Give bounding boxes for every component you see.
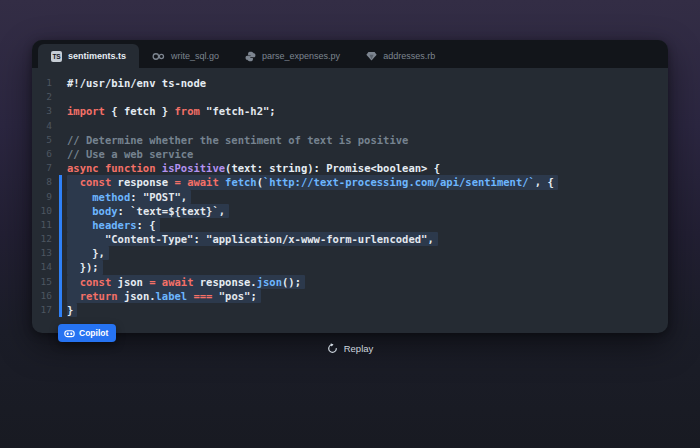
code-text: // Determine whether the sentiment of te… [67, 133, 408, 147]
code-text: }, [67, 246, 109, 260]
code-line-11: 11 headers: { [32, 218, 668, 232]
code-line-4: 4 [32, 119, 668, 133]
code-line-3: 3import { fetch } from "fetch-h2"; [32, 104, 668, 118]
highlighted-code: headers: { [67, 218, 160, 232]
code-line-2: 2 [32, 90, 668, 104]
suggestion-bar [59, 275, 62, 289]
bar-spacer [59, 104, 62, 118]
bar-spacer [59, 119, 62, 133]
line-number: 5 [32, 133, 59, 147]
suggestion-bar [59, 289, 62, 303]
suggestion-bar [59, 260, 62, 274]
code-line-16: 16 return json.label === "pos"; [32, 289, 668, 303]
tab-sentiments-ts[interactable]: TSsentiments.ts [38, 44, 139, 68]
tab-write-sql-go[interactable]: write_sql.go [139, 44, 232, 68]
line-number: 10 [32, 204, 59, 218]
copilot-icon [64, 328, 75, 339]
bar-spacer [59, 76, 62, 90]
code-line-17: 17} [32, 303, 668, 317]
copilot-button-label: Copilot [79, 328, 108, 338]
code-line-15: 15 const json = await response.json(); [32, 275, 668, 289]
line-number: 9 [32, 190, 59, 204]
code-line-10: 10 body: `text=${text}`, [32, 204, 668, 218]
tab-label: sentiments.ts [68, 51, 126, 61]
tab-label: write_sql.go [171, 51, 219, 61]
code-text: const response = await fetch(`http://tex… [67, 175, 558, 189]
tab-parse-expenses-py[interactable]: parse_expenses.py [232, 44, 353, 68]
code-text: headers: { [67, 218, 160, 232]
code-text: const json = await response.json(); [67, 275, 305, 289]
line-number: 14 [32, 260, 59, 274]
tab-label: parse_expenses.py [262, 51, 340, 61]
highlighted-code: return json.label === "pos"; [67, 289, 261, 303]
line-number: 13 [32, 246, 59, 260]
suggestion-bar [59, 175, 62, 189]
line-number: 1 [32, 76, 59, 90]
code-text: return json.label === "pos"; [67, 289, 261, 303]
code-text: method: "POST", [67, 190, 191, 204]
code-line-9: 9 method: "POST", [32, 190, 668, 204]
suggestion-bar [59, 218, 62, 232]
line-number: 6 [32, 147, 59, 161]
code-text: } [67, 303, 77, 317]
line-number: 2 [32, 90, 59, 104]
replay-icon [327, 343, 338, 354]
code-line-7: 7async function isPositive(text: string)… [32, 161, 668, 175]
tab-bar: TSsentiments.tswrite_sql.goparse_expense… [32, 40, 668, 68]
suggestion-bar [59, 204, 62, 218]
bar-spacer [59, 161, 62, 175]
code-text: body: `text=${text}`, [67, 204, 229, 218]
bar-spacer [59, 133, 62, 147]
code-line-8: 8 const response = await fetch(`http://t… [32, 175, 668, 189]
suggestion-bar [59, 303, 62, 317]
stage: TSsentiments.tswrite_sql.goparse_expense… [0, 0, 700, 448]
line-number: 12 [32, 232, 59, 246]
code-line-14: 14 }); [32, 260, 668, 274]
highlighted-code: "Content-Type": "application/x-www-form-… [67, 232, 438, 246]
code-text: import { fetch } from "fetch-h2"; [67, 104, 276, 118]
code-text: async function isPositive(text: string):… [67, 161, 440, 175]
code-text: // Use a web service [67, 147, 193, 161]
bar-spacer [59, 90, 62, 104]
replay-button[interactable]: Replay [0, 339, 700, 357]
tab-label: addresses.rb [383, 51, 435, 61]
highlighted-code: method: "POST", [67, 190, 191, 204]
line-number: 16 [32, 289, 59, 303]
code-line-13: 13 }, [32, 246, 668, 260]
code-line-12: 12 "Content-Type": "application/x-www-fo… [32, 232, 668, 246]
code-line-6: 6// Use a web service [32, 147, 668, 161]
highlighted-code: body: `text=${text}`, [67, 204, 229, 218]
highlighted-code: } [67, 303, 77, 317]
line-number: 7 [32, 161, 59, 175]
line-number: 3 [32, 104, 59, 118]
highlighted-code: }, [67, 246, 109, 260]
highlighted-code: const json = await response.json(); [67, 275, 305, 289]
suggestion-bar [59, 246, 62, 260]
line-number: 17 [32, 303, 59, 317]
line-number: 15 [32, 275, 59, 289]
code-text: #!/usr/bin/env ts-node [67, 76, 206, 90]
code-editor-panel: TSsentiments.tswrite_sql.goparse_expense… [32, 40, 668, 333]
line-number: 4 [32, 119, 59, 133]
replay-button-label: Replay [344, 343, 374, 354]
typescript-icon: TS [51, 51, 62, 62]
code-line-1: 1#!/usr/bin/env ts-node [32, 76, 668, 90]
tab-addresses-rb[interactable]: addresses.rb [353, 44, 448, 68]
go-icon [152, 52, 165, 61]
ruby-icon [366, 51, 377, 61]
python-icon [245, 51, 256, 62]
bar-spacer [59, 147, 62, 161]
code-text: }); [67, 260, 103, 274]
suggestion-bar [59, 232, 62, 246]
highlighted-code: }); [67, 260, 103, 274]
suggestion-bar [59, 190, 62, 204]
code-area[interactable]: 1#!/usr/bin/env ts-node23import { fetch … [32, 68, 668, 317]
code-text: "Content-Type": "application/x-www-form-… [67, 232, 438, 246]
line-number: 8 [32, 175, 59, 189]
highlighted-code: const response = await fetch(`http://tex… [67, 175, 558, 189]
code-line-5: 5// Determine whether the sentiment of t… [32, 133, 668, 147]
line-number: 11 [32, 218, 59, 232]
